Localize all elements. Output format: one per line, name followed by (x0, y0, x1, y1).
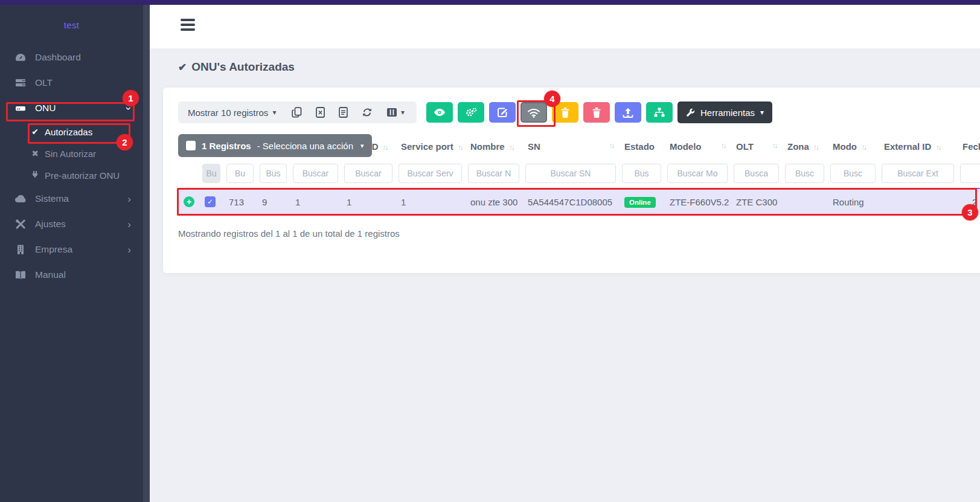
tools-dropdown-button[interactable]: Herramientas ▾ (677, 101, 772, 123)
col-header-nombre[interactable]: Nombre↑↓ (465, 134, 522, 158)
filter-input-2[interactable] (260, 164, 287, 183)
soft-delete-button[interactable] (552, 102, 578, 123)
sidebar-item-label: Ajustes (35, 219, 66, 230)
col-header-service-port[interactable]: Service port↑↓ (396, 134, 465, 158)
tools-icon (14, 219, 27, 229)
sidebar-item-manual[interactable]: Manual (0, 262, 143, 288)
sidebar-item-autorizadas[interactable]: ✔ Autorizadas (0, 121, 143, 143)
col-header-sn[interactable]: SN↑↓ (522, 134, 619, 158)
col-header-modelo[interactable]: Modelo↑↓ (664, 134, 731, 158)
sidebar-edge-strip (143, 5, 150, 502)
cell-zona (782, 188, 827, 215)
sidebar-item-pre-autorizar[interactable]: Pre-autorizar ONU (0, 164, 143, 186)
page-title: ✔ ONU's Autorizadas (178, 60, 295, 74)
view-button[interactable] (426, 102, 453, 123)
filter-input-estado[interactable] (622, 164, 661, 183)
sidebar-item-label: Sistema (35, 193, 69, 204)
caret-down-icon: ▾ (760, 109, 764, 116)
sidebar-item-empresa[interactable]: Empresa › (0, 237, 143, 262)
sidebar-item-label: Autorizadas (45, 127, 92, 137)
sitemap-button[interactable] (646, 102, 673, 123)
delete-button[interactable] (583, 102, 610, 123)
filter-input-modelo[interactable] (667, 164, 728, 183)
cell-service-port: 1 (396, 188, 465, 215)
sidebar-item-sistema[interactable]: Sistema › (0, 186, 143, 211)
sidebar-item-label: ONU (35, 103, 56, 114)
sort-icon: ↑↓ (509, 143, 514, 152)
sort-icon: ↑↓ (813, 143, 818, 152)
sitemap-icon (654, 108, 665, 117)
export-excel-button[interactable] (313, 106, 327, 119)
cell-col3: 1 (290, 188, 341, 215)
eye-icon (434, 108, 446, 117)
wifi-icon (527, 108, 540, 118)
col-header-estado[interactable]: Estado (619, 134, 664, 158)
filter-input-nombre[interactable] (468, 164, 519, 183)
expand-row-icon[interactable]: + (184, 196, 194, 207)
copy-button[interactable] (289, 106, 304, 119)
book-icon (14, 271, 27, 280)
col-header-external-id[interactable]: External ID↑↓ (879, 134, 957, 158)
sidebar-item-sin-autorizar[interactable]: ✖ Sin Autorizar (0, 143, 143, 164)
edit-button[interactable] (489, 102, 516, 123)
sidebar-item-olt[interactable]: OLT (0, 70, 143, 95)
sidebar-item-label: Empresa (35, 244, 72, 255)
edit-icon (497, 107, 508, 118)
menu-toggle-icon[interactable] (181, 19, 196, 34)
filter-input-sn[interactable] (525, 164, 616, 183)
show-records-dropdown[interactable]: Mostrar 10 registros ▾ (188, 108, 276, 118)
sidebar-item-ajustes[interactable]: Ajustes › (0, 211, 143, 237)
col-header-zona[interactable]: Zona↑↓ (782, 134, 827, 158)
selection-action-label: - Selecciona una acción (257, 141, 353, 151)
filter-input-fecha[interactable] (960, 164, 980, 183)
wifi-button[interactable] (520, 102, 547, 123)
cell-sn: 5A544547C1D08005 (522, 188, 619, 215)
topbar-accent-strip (0, 0, 980, 5)
upload-button[interactable] (615, 102, 641, 123)
file-text-icon (339, 107, 348, 118)
col-header-fecha[interactable]: Fecha (957, 134, 980, 158)
select-all-checkbox[interactable] (186, 141, 196, 150)
sort-icon: ↑↓ (721, 141, 726, 150)
sort-icon: ↑↓ (458, 143, 463, 152)
filter-input-modo[interactable] (830, 164, 876, 183)
col-header-olt[interactable]: OLT↑↓ (731, 134, 782, 158)
cloud-icon (14, 195, 27, 203)
filter-input-1[interactable] (226, 164, 254, 183)
export-file-button[interactable] (336, 106, 350, 119)
check-icon: ✔ (178, 61, 187, 74)
sidebar-item-onu[interactable]: ONU › (0, 95, 143, 121)
filter-input-zona[interactable] (785, 164, 824, 183)
sort-icon: ↑↓ (609, 141, 614, 150)
filter-input-external-id[interactable] (882, 164, 954, 183)
cell-olt: ZTE C300 (731, 188, 782, 215)
gears-icon (465, 108, 477, 117)
check-icon: ✔ (30, 127, 40, 137)
table-row[interactable]: + ✓ 713 9 1 1 1 onu zte 300 5A544547C1D0… (178, 188, 980, 215)
cell-modo: Routing (827, 188, 879, 215)
filter-input-service-port[interactable] (399, 164, 462, 183)
brand-logo[interactable]: test (0, 5, 143, 45)
refresh-icon (362, 107, 373, 118)
chevron-down-icon: › (124, 106, 135, 110)
x-icon: ✖ (30, 149, 40, 158)
table-toolbar: Mostrar 10 registros ▾ (178, 101, 772, 123)
selection-action-dropdown[interactable]: 1 Registros - Selecciona una acción ▾ (178, 134, 372, 157)
settings-button[interactable] (458, 102, 484, 123)
sidebar-item-dashboard[interactable]: Dashboard (0, 45, 143, 70)
wrench-icon (686, 108, 695, 117)
selection-count: 1 Registros (202, 141, 251, 151)
filter-input-onu-id[interactable] (344, 164, 392, 183)
cell-onu-id: 1 (341, 188, 396, 215)
sort-icon: ↑↓ (383, 143, 388, 152)
filter-input-olt[interactable] (734, 164, 779, 183)
row-checkbox[interactable]: ✓ (205, 196, 216, 207)
server-icon (14, 78, 27, 88)
col-header-modo[interactable]: Modo↑↓ (827, 134, 879, 158)
columns-visibility-button[interactable]: ▾ (384, 106, 407, 118)
columns-icon (386, 108, 397, 117)
trash-icon (561, 108, 569, 118)
filter-input-3[interactable] (293, 164, 338, 183)
sort-icon: ↑↓ (772, 141, 777, 150)
refresh-button[interactable] (359, 106, 375, 119)
